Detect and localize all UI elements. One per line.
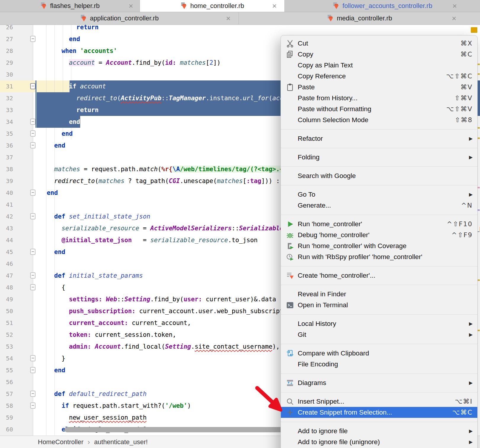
empty-icon-slot <box>286 319 294 328</box>
code-token: when <box>47 47 76 54</box>
tab-media-controller-rb[interactable]: media_controller.rb× <box>239 12 480 25</box>
fold-marker-icon[interactable] <box>30 36 36 42</box>
code-token: ( <box>269 95 273 102</box>
menu-item-insert-snippet[interactable]: Insert Snippet...⌥⌘I <box>281 396 477 407</box>
menu-item-cut[interactable]: Cut⌘X <box>281 38 477 49</box>
menu-item-diagrams[interactable]: Diagrams▶ <box>281 377 477 388</box>
menu-separator <box>281 373 477 374</box>
code-token: settings: <box>69 296 102 303</box>
error-stripe-mark[interactable] <box>478 64 480 65</box>
code-token: :: <box>161 95 169 102</box>
menu-item-add-to-ignore-file-unignore[interactable]: Add to ignore file (unignore)▶ <box>281 436 477 447</box>
menu-shortcut: ⌥⌘I <box>455 398 473 405</box>
tab-flashes-helper-rb[interactable]: flashes_helper.rb× <box>0 0 140 12</box>
fold-marker-icon[interactable] <box>30 272 36 279</box>
menu-item-paste-without-formatting[interactable]: Paste without Formatting⌥⇧⌘V <box>281 103 477 114</box>
tab-follower-accounts-controller-rb[interactable]: follower_accounts_controller.rb× <box>285 0 480 12</box>
code-token: :: <box>117 296 124 303</box>
line-number: 29 <box>0 57 13 69</box>
code-token: end <box>47 189 58 196</box>
menu-item-create-snippet-from-selection[interactable]: Create Snippet from Selection...⌥⌘C <box>281 407 477 418</box>
menu-item-compare-with-clipboard[interactable]: Compare with Clipboard <box>281 348 477 359</box>
menu-item-label: Insert Snippet... <box>298 398 450 405</box>
close-icon[interactable]: × <box>452 14 456 22</box>
menu-item-refactor[interactable]: Refactor▶ <box>281 133 477 144</box>
breadcrumb-method[interactable]: authenticate_user! <box>94 438 148 446</box>
breadcrumb-class[interactable]: HomeController <box>38 438 83 446</box>
menu-item-copy[interactable]: Copy⌘C <box>281 49 477 60</box>
menu-item-open-in-terminal[interactable]: Open in Terminal <box>281 300 477 310</box>
menu-item-reveal-in-finder[interactable]: Reveal in Finder <box>281 289 477 300</box>
fold-marker-icon[interactable] <box>30 190 36 196</box>
error-stripe-mark[interactable] <box>478 187 480 188</box>
fold-marker-icon[interactable] <box>30 391 36 397</box>
fold-marker-icon[interactable] <box>30 284 36 290</box>
fold-marker-icon[interactable] <box>30 130 36 137</box>
code-token <box>47 319 69 326</box>
menu-item-run-with-rbspy-profiler-home-controller[interactable]: Run with 'RbSpy profiler' 'home_controll… <box>281 251 477 262</box>
menu-item-add-to-ignore-file[interactable]: Add to ignore file▶ <box>281 426 477 436</box>
code-token: Account <box>95 343 120 350</box>
tab-row: flashes_helper.rb×home_controller.rb×fol… <box>0 0 480 12</box>
fold-marker-icon[interactable] <box>30 83 36 89</box>
menu-item-folding[interactable]: Folding▶ <box>281 152 477 163</box>
empty-icon-slot <box>286 427 294 436</box>
code-token: matches <box>217 177 243 185</box>
error-stripe-mark[interactable] <box>478 330 480 331</box>
code-token: .unescape( <box>180 177 217 185</box>
cut-icon <box>286 39 294 48</box>
close-icon[interactable]: × <box>452 2 457 10</box>
code-token <box>65 390 69 397</box>
fold-marker-icon[interactable] <box>30 142 36 148</box>
code-token: matches <box>54 166 80 173</box>
empty-icon-slot <box>286 153 294 162</box>
empty-icon-slot <box>286 190 294 199</box>
fold-marker-icon[interactable] <box>30 213 36 219</box>
menu-item-label: Column Selection Mode <box>298 116 450 124</box>
menu-item-copy-as-plain-text[interactable]: Copy as Plain Text <box>281 60 477 71</box>
fold-marker-icon[interactable] <box>30 367 36 373</box>
close-icon[interactable]: × <box>129 2 133 10</box>
menu-item-copy-reference[interactable]: Copy Reference⌥⇧⌘C <box>281 71 477 82</box>
menu-item-debug-home-controller[interactable]: Debug 'home_controller'^⇧F9 <box>281 229 477 240</box>
menu-item-paste-from-history[interactable]: Paste from History...⇧⌘V <box>281 93 477 103</box>
menu-item-run-home-controller[interactable]: Run 'home_controller'^⇧F10 <box>281 219 477 229</box>
code-token: if <box>47 402 69 409</box>
code-token: end <box>47 118 80 125</box>
fold-marker-icon[interactable] <box>30 402 36 409</box>
code-token: account <box>80 83 106 90</box>
menu-item-local-history[interactable]: Local History▶ <box>281 318 477 329</box>
tab-label: home_controller.rb <box>190 2 244 10</box>
code-token <box>65 213 69 220</box>
menu-item-file-encoding[interactable]: File Encoding <box>281 359 477 370</box>
menu-item-go-to[interactable]: Go To▶ <box>281 189 477 200</box>
error-stripe-mark[interactable] <box>478 127 480 129</box>
error-stripe-mark[interactable] <box>478 279 480 281</box>
tab-home-controller-rb[interactable]: home_controller.rb× <box>140 0 285 12</box>
menu-item-generate[interactable]: Generate...^N <box>281 200 477 211</box>
tab-label: media_controller.rb <box>337 14 392 22</box>
menu-item-create-home-controller[interactable]: Create 'home_controller'... <box>281 270 477 281</box>
close-icon[interactable]: × <box>272 2 277 10</box>
menu-item-column-selection-mode[interactable]: Column Selection Mode⇧⌘8 <box>281 114 477 125</box>
error-stripe-mark[interactable] <box>478 138 480 139</box>
error-stripe-mark[interactable] <box>478 209 480 211</box>
inspection-status-icon[interactable] <box>471 27 477 33</box>
fold-marker-icon[interactable] <box>30 249 36 255</box>
fold-marker-icon[interactable] <box>30 119 36 125</box>
code-token: site_contact_username <box>195 343 272 350</box>
code-token: = request.path. <box>80 166 139 173</box>
menu-shortcut: ⌥⇧⌘V <box>446 105 473 113</box>
fold-marker-icon[interactable] <box>30 355 36 361</box>
code-token: current_session.token, <box>91 331 176 338</box>
menu-item-paste[interactable]: Paste⌘V <box>281 82 477 93</box>
menu-item-label: Copy Reference <box>298 72 441 80</box>
close-icon[interactable]: × <box>226 14 231 22</box>
code-token: Account <box>106 59 132 66</box>
tab-application-controller-rb[interactable]: application_controller.rb× <box>0 12 239 25</box>
error-stripe-mark[interactable] <box>478 73 480 75</box>
menu-item-run-home-controller-with-coverage[interactable]: Run 'home_controller' with Coverage <box>281 240 477 251</box>
menu-item-search-with-google[interactable]: Search with Google <box>281 170 477 181</box>
menu-item-git[interactable]: Git▶ <box>281 329 477 340</box>
code-token: ]) <box>213 59 220 66</box>
